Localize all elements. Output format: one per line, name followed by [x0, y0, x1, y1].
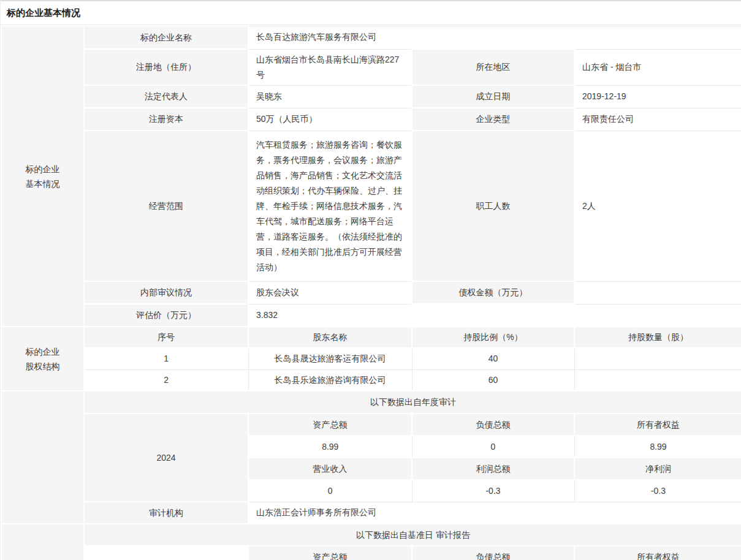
- shareholder-ratio: 40: [412, 348, 574, 369]
- field-label-company-name: 标的企业名称: [84, 26, 248, 49]
- audit-year: 2024: [84, 414, 248, 502]
- annual-audit-title: 以下数据出自年度审计: [84, 391, 741, 414]
- shareholder-index: 1: [84, 348, 248, 369]
- field-label-debt-amount: 债权金额（万元）: [412, 281, 574, 304]
- table-row: 2024 资产总额 负债总额 所有者权益: [1, 414, 741, 436]
- table-row: 法定代表人 吴晓东 成立日期 2019-12-19: [1, 85, 741, 108]
- section-label-line2: 股权结构: [9, 359, 76, 374]
- field-value-business-scope: 汽车租赁服务；旅游服务咨询；餐饮服务，票务代理服务，会议服务；旅游产品销售，海产…: [248, 131, 412, 281]
- field-value-staff-count: 2人: [574, 131, 741, 281]
- table-row: 以下数据出自基准日 审计报告: [1, 524, 741, 546]
- field-value-company-name: 长岛百达旅游汽车服务有限公司: [248, 26, 741, 49]
- page-title: 标的企业基本情况: [7, 7, 80, 19]
- column-header-share-ratio: 持股比例（%）: [412, 327, 574, 348]
- field-value-registered-capital: 50万（人民币）: [248, 108, 412, 131]
- column-header-total-assets: 资产总额: [248, 546, 412, 560]
- field-label-valuation: 评估价（万元）: [84, 304, 248, 327]
- column-header-index: 序号: [84, 327, 248, 348]
- baseline-year-cell: [84, 546, 248, 560]
- value-total-liabilities: 0: [412, 436, 574, 458]
- field-label-internal-review: 内部审议情况: [84, 281, 248, 304]
- field-value-debt-amount: [574, 281, 741, 304]
- column-header-total-liabilities: 负债总额: [412, 546, 574, 560]
- table-row: 以下数据出自年度审计: [1, 391, 741, 414]
- shareholder-ratio: 60: [412, 369, 574, 391]
- field-label-business-scope: 经营范围: [84, 131, 248, 281]
- table-row: 审计机构 山东浩正会计师事务所有限公司: [1, 502, 741, 524]
- table-row: 注册地（住所） 山东省烟台市长岛县南长山海滨路227号 所在地区 山东省 - 烟…: [1, 49, 741, 85]
- column-header-total-assets: 资产总额: [248, 414, 412, 436]
- field-value-legal-representative: 吴晓东: [248, 85, 412, 108]
- value-total-assets: 8.99: [248, 436, 412, 458]
- table-row: 2 长岛县乐途旅游咨询有限公司 60: [1, 369, 741, 391]
- value-owners-equity: 8.99: [574, 436, 741, 458]
- value-total-profit: -0.3: [412, 480, 574, 502]
- value-net-profit: -0.3: [574, 480, 741, 502]
- field-value-audit-firm: 山东浩正会计师事务所有限公司: [248, 502, 741, 524]
- field-value-founded-date: 2019-12-19: [574, 85, 741, 108]
- field-label-registered-capital: 注册资本: [84, 108, 248, 131]
- column-header-net-profit: 净利润: [574, 458, 741, 480]
- field-value-valuation: 3.832: [248, 304, 741, 327]
- section-label-line2: 基本情况: [9, 176, 76, 191]
- table-row: 标的企业 基本情况 标的企业名称 长岛百达旅游汽车服务有限公司: [1, 26, 741, 49]
- field-label-audit-firm: 审计机构: [84, 502, 248, 524]
- column-header-shareholder-name: 股东名称: [248, 327, 412, 348]
- table-row: 内部审议情况 股东会决议 债权金额（万元）: [1, 281, 741, 304]
- section-spacer-annual-audit: [1, 391, 84, 524]
- table-row: 标的企业 股权结构 序号 股东名称 持股比例（%） 持股数量（股）: [1, 327, 741, 348]
- field-value-region: 山东省 - 烟台市: [574, 49, 741, 85]
- section-spacer-baseline-audit: [1, 524, 84, 560]
- field-value-registered-address: 山东省烟台市长岛县南长山海滨路227号: [248, 49, 412, 85]
- table-row: 资产总额 负债总额 所有者权益: [1, 546, 741, 560]
- column-header-operating-revenue: 营业收入: [248, 458, 412, 480]
- table-row: 经营范围 汽车租赁服务；旅游服务咨询；餐饮服务，票务代理服务，会议服务；旅游产品…: [1, 131, 741, 281]
- field-value-internal-review: 股东会决议: [248, 281, 412, 304]
- section-label-equity-structure: 标的企业 股权结构: [1, 327, 84, 391]
- field-value-company-type: 有限责任公司: [574, 108, 741, 131]
- table-row: 注册资本 50万（人民币） 企业类型 有限责任公司: [1, 108, 741, 131]
- column-header-owners-equity: 所有者权益: [574, 414, 741, 436]
- field-label-founded-date: 成立日期: [412, 85, 574, 108]
- shareholder-index: 2: [84, 369, 248, 391]
- field-label-legal-representative: 法定代表人: [84, 85, 248, 108]
- section-label-line1: 标的企业: [9, 344, 76, 359]
- section-label-line1: 标的企业: [9, 162, 76, 176]
- column-header-total-profit: 利润总额: [412, 458, 574, 480]
- column-header-total-liabilities: 负债总额: [412, 414, 574, 436]
- table-row: 1 长岛县晟达旅游客运有限公司 40: [1, 348, 741, 369]
- baseline-audit-title: 以下数据出自基准日 审计报告: [84, 524, 741, 546]
- target-company-info-panel: 标的企业基本情况 标的企业 基本情况 标的企业名称 长岛百达旅游汽车服务有限公司…: [0, 0, 741, 560]
- shareholder-shares: [574, 369, 741, 391]
- shareholder-shares: [574, 348, 741, 369]
- company-info-table: 标的企业 基本情况 标的企业名称 长岛百达旅游汽车服务有限公司 注册地（住所） …: [1, 25, 741, 560]
- field-label-region: 所在地区: [412, 49, 574, 85]
- field-label-registered-address: 注册地（住所）: [84, 49, 248, 85]
- field-label-staff-count: 职工人数: [412, 131, 574, 281]
- shareholder-name: 长岛县晟达旅游客运有限公司: [248, 348, 412, 369]
- value-operating-revenue: 0: [248, 480, 412, 502]
- section-label-basic-info: 标的企业 基本情况: [1, 26, 84, 327]
- table-row: 评估价（万元） 3.832: [1, 304, 741, 327]
- column-header-share-count: 持股数量（股）: [574, 327, 741, 348]
- field-label-company-type: 企业类型: [412, 108, 574, 131]
- panel-title-bar: 标的企业基本情况: [1, 1, 741, 25]
- column-header-owners-equity: 所有者权益: [574, 546, 741, 560]
- shareholder-name: 长岛县乐途旅游咨询有限公司: [248, 369, 412, 391]
